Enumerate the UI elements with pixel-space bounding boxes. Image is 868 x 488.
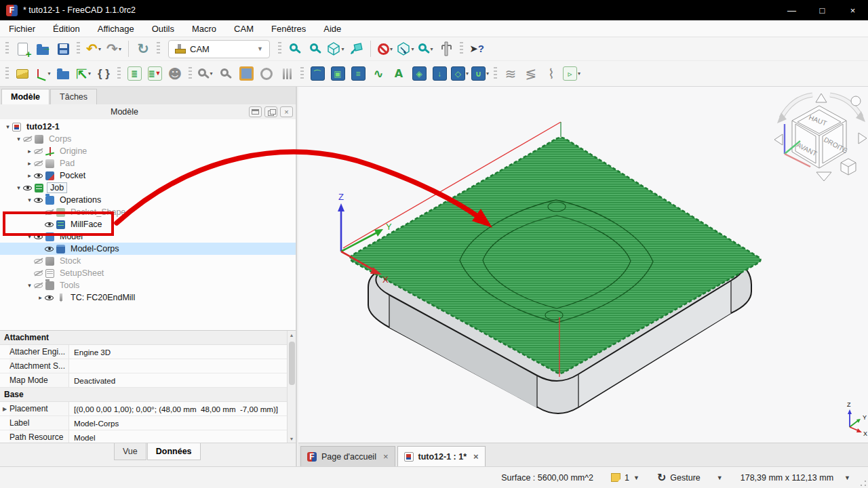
save-button[interactable]: [54, 39, 73, 58]
tree-item-pad[interactable]: ▸ Pad: [0, 157, 296, 169]
window-resize-grip[interactable]: [860, 480, 867, 487]
cam-toolbit-dock-button[interactable]: [277, 64, 296, 83]
zoom-selection-button[interactable]: [306, 39, 325, 58]
property-group-attachment[interactable]: Attachment: [0, 331, 296, 345]
tree-item-pocket[interactable]: ▸ Pocket: [0, 169, 296, 182]
minimize-button[interactable]: —: [776, 0, 807, 20]
new-file-button[interactable]: [13, 39, 32, 58]
toolbar-grip[interactable]: [300, 67, 304, 81]
cam-face-mill-button[interactable]: ≡: [349, 64, 368, 83]
toolbar-grip[interactable]: [77, 42, 80, 56]
cam-path-dressup-button[interactable]: ⌇: [542, 64, 561, 83]
menu-outils[interactable]: Outils: [143, 22, 183, 36]
chevron-down-icon[interactable]: ▾: [88, 70, 91, 77]
property-row[interactable]: Attachment S...: [0, 359, 296, 373]
expander-icon[interactable]: ▾: [14, 136, 23, 142]
tree-item-setupsheet[interactable]: SetupSheet: [0, 267, 296, 279]
expander-icon[interactable]: ▸: [25, 160, 34, 167]
toolbar-grip[interactable]: [157, 42, 160, 56]
tree-item-origine[interactable]: ▸ Origine: [0, 145, 296, 157]
cam-profile-button[interactable]: ⌒: [308, 64, 327, 83]
menu-affichage[interactable]: Affichage: [89, 22, 143, 36]
menu-edition[interactable]: Édition: [44, 22, 89, 36]
toolbar-grip[interactable]: [189, 67, 192, 81]
close-panel-button[interactable]: ×: [280, 106, 293, 117]
visibility-eye-icon[interactable]: [23, 135, 33, 144]
expander-icon[interactable]: ▾: [25, 282, 34, 289]
chevron-down-icon[interactable]: ▾: [578, 70, 580, 77]
3d-viewport[interactable]: Z Y X: [298, 87, 868, 443]
clipping-button[interactable]: ▾: [376, 39, 395, 58]
chevron-down-icon[interactable]: ▾: [466, 70, 469, 77]
cam-stock-button[interactable]: [237, 64, 256, 83]
toolbar-grip[interactable]: [460, 42, 463, 56]
tab-start-page[interactable]: F Page d'accueil ×: [300, 446, 395, 466]
visibility-eye-icon[interactable]: [34, 171, 43, 180]
expander-icon[interactable]: ▾: [14, 184, 23, 191]
menu-cam[interactable]: CAM: [225, 22, 262, 36]
visibility-eye-icon[interactable]: [34, 281, 43, 290]
scroll-up-icon[interactable]: ▲: [290, 331, 294, 339]
cam-inspect-button[interactable]: ▾: [196, 64, 215, 83]
tree-item-document[interactable]: ▾ tuto12-1: [0, 121, 296, 133]
draw-style-button[interactable]: ▾: [396, 39, 415, 58]
expander-icon[interactable]: ▶: [0, 402, 9, 415]
chevron-down-icon[interactable]: ▾: [341, 46, 344, 52]
property-group-base[interactable]: Base: [0, 388, 296, 402]
spaceball-selector[interactable]: 1 ▼: [611, 473, 639, 483]
tree-item-job[interactable]: ▾ Job: [0, 182, 296, 194]
toolbar-grip[interactable]: [5, 67, 9, 81]
home-view-circle[interactable]: [851, 96, 861, 106]
rotation-mode-button[interactable]: ▾: [416, 39, 435, 58]
chevron-down-icon[interactable]: ▾: [411, 46, 414, 52]
visibility-eye-icon[interactable]: [34, 196, 43, 205]
dimension-readout[interactable]: 178,39 mm x 112,13 mm ▼: [741, 473, 850, 483]
cam-simulator-button[interactable]: ▹▾: [562, 64, 581, 83]
menu-macro[interactable]: Macro: [183, 22, 225, 36]
fit-all-button[interactable]: [285, 39, 304, 58]
tree-item-model[interactable]: ▾ Model: [0, 230, 296, 243]
visibility-eye-icon[interactable]: [34, 147, 43, 156]
expander-icon[interactable]: ▾: [25, 233, 34, 240]
property-scrollbar[interactable]: ▲ ▼: [287, 331, 296, 443]
cam-pocket-button[interactable]: ▣: [328, 64, 347, 83]
expander-icon[interactable]: ▸: [25, 172, 34, 179]
tree-item-pocket-shape[interactable]: Pocket_Shape: [0, 206, 296, 218]
cam-sanity-check-button[interactable]: ☻: [165, 64, 184, 83]
visibility-eye-icon[interactable]: [34, 269, 43, 278]
chevron-down-icon[interactable]: ▾: [210, 70, 212, 77]
expression-editor-button[interactable]: { }: [94, 64, 113, 83]
cam-slot-button[interactable]: ∪▾: [471, 64, 490, 83]
tab-donnees[interactable]: Données: [147, 443, 201, 460]
cam-surface-button[interactable]: ◇▾: [450, 64, 469, 83]
float-panel-button[interactable]: [264, 106, 277, 117]
whats-this-button[interactable]: ➤: [467, 39, 486, 58]
create-body-button[interactable]: [13, 64, 32, 83]
visibility-eye-icon[interactable]: [34, 232, 43, 241]
visibility-eye-icon[interactable]: [45, 293, 54, 302]
menu-aide[interactable]: Aide: [315, 22, 350, 36]
menu-fichier[interactable]: Fichier: [0, 22, 44, 36]
redo-dropdown-icon[interactable]: ▾: [119, 46, 121, 52]
align-view-button[interactable]: [347, 39, 366, 58]
visibility-eye-icon[interactable]: [23, 184, 33, 192]
chevron-down-icon[interactable]: ▾: [486, 70, 489, 77]
title-bar[interactable]: F * tuto12-1 - FreeCAD 1.1.0rc2 — □ ×: [0, 0, 868, 20]
toolbar-grip[interactable]: [278, 42, 281, 56]
visibility-eye-icon[interactable]: [45, 245, 54, 253]
undo-button[interactable]: ↶▾: [84, 39, 103, 58]
tree-item-millface[interactable]: MillFace: [0, 218, 296, 230]
dock-panel-button[interactable]: [249, 106, 262, 117]
cam-job-button[interactable]: ≣: [125, 64, 144, 83]
property-row[interactable]: Path Resource Model: [0, 430, 296, 443]
tab-vue[interactable]: Vue: [114, 443, 146, 460]
tree-item-stock[interactable]: Stock: [0, 255, 296, 267]
cam-path-compound-button[interactable]: ≋: [501, 64, 520, 83]
expander-icon[interactable]: ▾: [3, 123, 12, 130]
chevron-down-icon[interactable]: ▾: [47, 70, 50, 77]
visibility-eye-icon[interactable]: [34, 257, 43, 266]
axonometric-view-button[interactable]: ▾: [326, 39, 345, 58]
cam-drilling-button[interactable]: ↓: [430, 64, 449, 83]
scroll-down-icon[interactable]: ▼: [290, 434, 294, 443]
measure-button[interactable]: [437, 39, 456, 58]
